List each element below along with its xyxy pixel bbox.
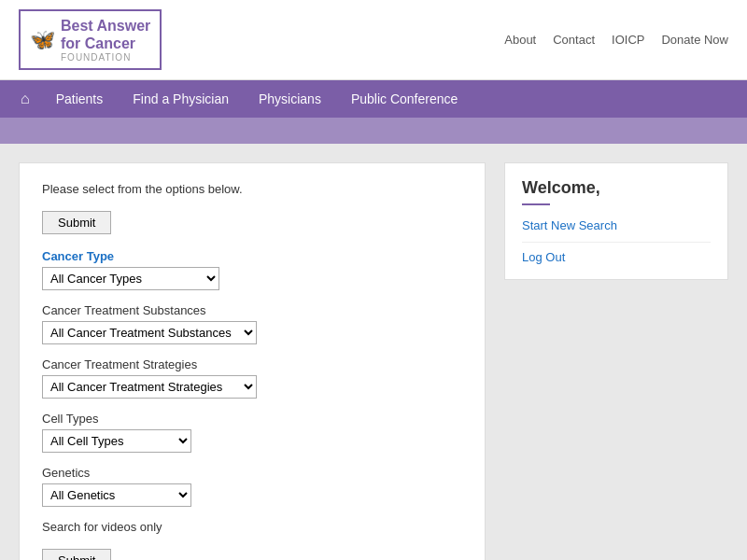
logo-text-main: Best Answer for Cancer (61, 17, 150, 52)
cancer-treatment-substances-field: Cancer Treatment Substances All Cancer T… (42, 303, 462, 344)
log-out-link[interactable]: Log Out (522, 250, 711, 264)
cell-types-field: Cell Types All Cell Types (42, 412, 462, 453)
submit-button-bottom[interactable]: Submit (42, 549, 111, 560)
logo-text-sub: FOUNDATION (61, 52, 150, 63)
donate-link[interactable]: Donate Now (661, 33, 728, 47)
search-panel: Please select from the options below. Su… (19, 162, 486, 560)
nav-find-physician[interactable]: Find a Physician (120, 80, 242, 118)
logo-area: 🦋 Best Answer for Cancer FOUNDATION (19, 9, 162, 70)
butterfly-icon: 🦋 (30, 28, 55, 52)
sidebar-panel: Welcome, Start New Search Log Out (504, 162, 728, 280)
site-header: 🦋 Best Answer for Cancer FOUNDATION Abou… (0, 0, 747, 80)
nav-physicians[interactable]: Physicians (246, 80, 334, 118)
cell-types-select[interactable]: All Cell Types (42, 429, 191, 453)
search-videos-label: Search for videos only (42, 520, 462, 534)
cancer-type-label: Cancer Type (42, 249, 462, 263)
ioicp-link[interactable]: IOICP (612, 33, 644, 47)
sub-header-bar (0, 118, 747, 144)
welcome-divider (522, 203, 550, 205)
start-new-search-link[interactable]: Start New Search (522, 218, 711, 243)
genetics-label: Genetics (42, 466, 462, 480)
cancer-treatment-strategies-select[interactable]: All Cancer Treatment Strategies (42, 375, 257, 399)
submit-button-top[interactable]: Submit (42, 211, 111, 234)
home-icon[interactable]: ⌂ (11, 91, 39, 107)
cell-types-label: Cell Types (42, 412, 462, 426)
instructions-text: Please select from the options below. (42, 182, 462, 196)
about-link[interactable]: About (504, 33, 536, 47)
cancer-treatment-strategies-field: Cancer Treatment Strategies All Cancer T… (42, 357, 462, 399)
contact-link[interactable]: Contact (553, 33, 595, 47)
cancer-type-field: Cancer Type All Cancer Types (42, 249, 462, 290)
header-nav: About Contact IOICP Donate Now (504, 33, 728, 47)
main-navbar: ⌂ Patients Find a Physician Physicians P… (0, 80, 747, 118)
cancer-type-select[interactable]: All Cancer Types (42, 267, 219, 290)
genetics-select[interactable]: All Genetics (42, 483, 191, 507)
genetics-field: Genetics All Genetics (42, 466, 462, 507)
nav-patients[interactable]: Patients (43, 80, 117, 118)
cancer-treatment-strategies-label: Cancer Treatment Strategies (42, 357, 462, 371)
cancer-treatment-substances-select[interactable]: All Cancer Treatment Substances (42, 321, 257, 344)
main-content: Please select from the options below. Su… (0, 144, 747, 560)
welcome-title: Welcome, (522, 178, 711, 198)
nav-public-conference[interactable]: Public Conference (338, 80, 471, 118)
logo-box: 🦋 Best Answer for Cancer FOUNDATION (19, 9, 162, 70)
cancer-treatment-substances-label: Cancer Treatment Substances (42, 303, 462, 317)
